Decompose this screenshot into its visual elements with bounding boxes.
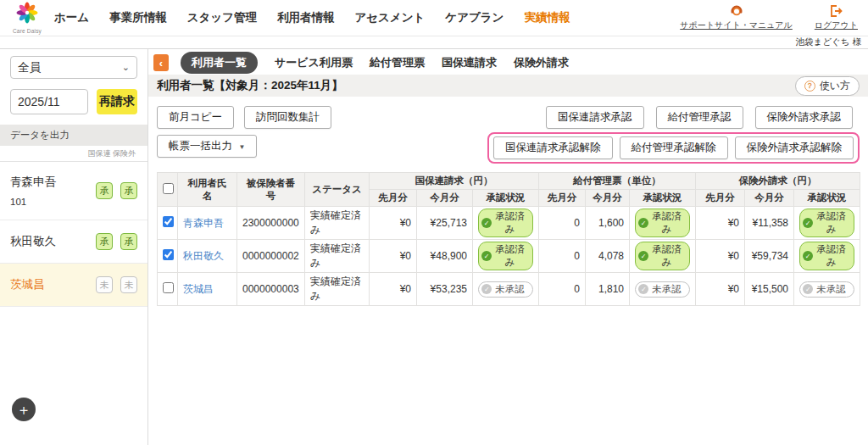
help-button-label: 使い方 [820,79,850,93]
month-row: 再請求 [10,89,137,114]
status-cell: 実績確定済み [305,273,370,306]
user-name-link[interactable]: 秋田敬久 [183,250,224,262]
approved-pill: ✓承認済み [635,242,690,270]
add-user-button[interactable]: ＋ [12,398,36,421]
hokengai-approval-cell: ✓承認済み [794,240,860,273]
visit-count-button[interactable]: 訪問回数集計 [244,106,331,129]
prev-month-copy-button[interactable]: 前月コピー [157,106,234,129]
group-header-benefit-management: 給付管理票（単位） [539,173,696,190]
list-item-user-aomori[interactable]: 青森申吾 101 承 承 [0,162,147,220]
subcol-prev-month: 先月分 [539,190,586,207]
hokengai-pending-badge: 未 [120,276,137,293]
noninsurance-billing-approve-button[interactable]: 保険外請求承認 [755,106,854,129]
check-circle-icon: ✓ [803,218,813,228]
benefit-management-unapprove-button[interactable]: 給付管理承認解除 [620,136,728,159]
kokuho-prev-cell: ¥0 [370,240,417,273]
tab-kokuhoren-billing[interactable]: 国保連請求 [442,55,497,70]
status-cell: 実績確定済み [305,240,370,273]
kyufu-cur-cell: 1,600 [586,207,630,240]
check-circle-icon: ✓ [638,218,648,228]
kokuho-approval-cell: ✓未承認 [473,273,539,306]
hokengai-prev-cell: ¥0 [696,207,745,240]
check-circle-icon: ✓ [481,218,492,228]
logout-icon [830,5,843,19]
help-button[interactable]: ？ 使い方 [795,76,860,96]
logout-link[interactable]: ログアウト [815,5,858,31]
kyufu-prev-cell: 0 [539,273,586,306]
kokuho-approval-cell: ✓承認済み [473,240,539,273]
user-filter-select[interactable]: 全員 ⌄ [10,56,137,79]
kokuho-pending-badge: 未 [96,276,113,293]
approval-badges: 承 承 [96,233,137,250]
kyufu-cur-cell: 1,810 [586,273,630,306]
sidebar: 全員 ⌄ 再請求 データを出力 国保連 保険外 青森申吾 101 承 承 [0,49,148,445]
kyufu-prev-cell: 0 [539,240,586,273]
menu-item-assessment[interactable]: アセスメント [354,10,425,25]
insured-number-cell: 2300000000 [237,207,305,240]
noninsurance-billing-unapprove-button[interactable]: 保険外請求承認解除 [735,136,854,159]
page-body: 全員 ⌄ 再請求 データを出力 国保連 保険外 青森申吾 101 承 承 [0,49,868,445]
badge-column-labels: 国保連 保険外 [0,146,147,161]
user-name: 青森申吾 [10,175,56,190]
headset-support-icon [730,5,743,19]
benefit-management-approve-button[interactable]: 給付管理承認 [656,106,743,129]
row-checkbox[interactable] [163,216,174,227]
main-menu: ホーム 事業所情報 スタッフ管理 利用者情報 アセスメント ケアプラン 実績情報 [54,10,570,25]
kokuhoren-billing-approve-button[interactable]: 国保連請求承認 [546,106,644,129]
tab-user-list[interactable]: 利用者一覧 [181,52,258,74]
row-checkbox[interactable] [163,249,174,260]
main-content: ‹ 利用者一覧 サービス利用票 給付管理票 国保連請求 保険外請求 利用者一覧【… [148,49,868,445]
user-billing-table: 利用者氏名 被保険者番号 ステータス 国保連請求（円） 給付管理票（単位） 保険… [157,172,860,306]
subcol-this-month: 今月分 [745,190,794,207]
hokengai-cur-cell: ¥59,734 [745,240,794,273]
unapproved-pill: ✓未承認 [799,281,854,298]
batch-report-output-label: 帳票一括出力 [169,140,232,152]
question-mark-icon: ？ [804,81,815,92]
hokengai-approved-badge: 承 [120,233,137,250]
rebill-button[interactable]: 再請求 [97,89,137,114]
kokuho-cur-cell: ¥25,713 [417,207,473,240]
user-name-link[interactable]: 茨城昌 [183,283,214,295]
target-month-input[interactable] [10,89,88,114]
batch-report-output-button[interactable]: 帳票一括出力 ▼ [157,135,257,158]
user-text: 茨城昌 [10,277,45,292]
kyufu-prev-cell: 0 [539,207,586,240]
care-daisy-pinwheel-icon [16,2,38,27]
kokuho-prev-cell: ¥0 [370,207,417,240]
hokengai-prev-cell: ¥0 [696,273,745,306]
menu-item-office[interactable]: 事業所情報 [109,10,167,25]
kokuho-cur-cell: ¥48,900 [417,240,473,273]
user-account-bar: 池袋まどぐち 様 [0,36,868,49]
kokuho-approval-cell: ✓承認済み [473,207,539,240]
collapse-sidebar-button[interactable]: ‹ [153,54,169,71]
hokengai-cur-cell: ¥11,358 [745,207,794,240]
approval-badges: 承 承 [96,182,137,199]
menu-item-users[interactable]: 利用者情報 [277,10,335,25]
tab-service-usage-slip[interactable]: サービス利用票 [275,55,353,70]
table-row: 秋田敬久 0000000002 実績確定済み ¥0 ¥48,900 ✓承認済み … [158,240,860,273]
group-header-noninsurance-billing: 保険外請求（円） [696,173,860,190]
menu-item-results[interactable]: 実績情報 [524,10,570,25]
logout-link-label[interactable]: ログアウト [815,19,858,31]
list-item-user-akita[interactable]: 秋田敬久 承 承 [0,220,147,264]
brand-name: Care Daisy [13,28,42,34]
hokengai-approval-cell: ✓承認済み [794,207,860,240]
support-link-label[interactable]: サポートサイト・マニュアル [680,19,793,31]
tab-benefit-management-slip[interactable]: 給付管理票 [370,55,425,70]
tab-noninsurance-billing[interactable]: 保険外請求 [514,55,569,70]
user-name-link[interactable]: 青森申吾 [183,217,224,229]
unapprove-buttons-highlight-box: 国保連請求承認解除 給付管理承認解除 保険外請求承認解除 [487,132,860,164]
menu-item-home[interactable]: ホーム [54,10,89,25]
col-header-status: ステータス [305,173,370,207]
group-header-kokuhoren-billing: 国保連請求（円） [370,173,539,190]
kokuhoren-billing-unapprove-button[interactable]: 国保連請求承認解除 [493,136,613,159]
menu-item-staff[interactable]: スタッフ管理 [187,10,257,25]
data-export-header[interactable]: データを出力 [0,125,147,146]
select-all-checkbox[interactable] [163,183,174,194]
row-checkbox[interactable] [163,282,174,293]
menu-item-careplan[interactable]: ケアプラン [445,10,504,25]
support-link[interactable]: サポートサイト・マニュアル [680,5,793,31]
list-item-user-ibaraki[interactable]: 茨城昌 未 未 [0,264,147,307]
brand-logo[interactable]: Care Daisy [8,2,46,34]
title-bar: 利用者一覧【対象月：2025年11月】 ？ 使い方 [148,75,868,97]
